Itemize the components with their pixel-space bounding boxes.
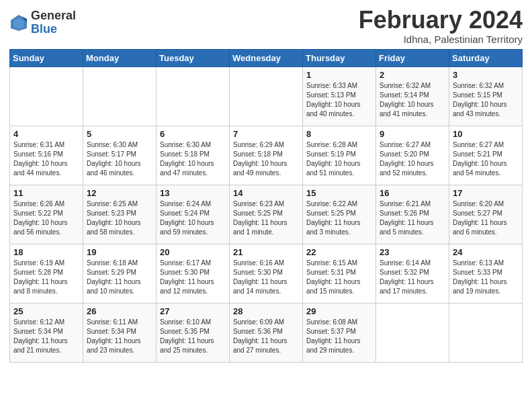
calendar-cell: 18Sunrise: 6:19 AM Sunset: 5:28 PM Dayli…: [10, 244, 83, 303]
calendar-cell: 28Sunrise: 6:09 AM Sunset: 5:36 PM Dayli…: [230, 303, 303, 362]
week-row-3: 11Sunrise: 6:26 AM Sunset: 5:22 PM Dayli…: [10, 185, 523, 244]
day-info: Sunrise: 6:23 AM Sunset: 5:25 PM Dayligh…: [233, 199, 299, 237]
calendar-cell: [230, 66, 303, 126]
day-number: 7: [233, 129, 299, 139]
calendar-cell: 7Sunrise: 6:29 AM Sunset: 5:18 PM Daylig…: [230, 126, 303, 185]
calendar-cell: [10, 66, 83, 126]
calendar-body: 1Sunrise: 6:33 AM Sunset: 5:13 PM Daylig…: [10, 66, 523, 362]
day-number: 2: [380, 70, 445, 80]
week-row-1: 1Sunrise: 6:33 AM Sunset: 5:13 PM Daylig…: [10, 66, 523, 126]
day-number: 18: [13, 247, 79, 257]
calendar-cell: 9Sunrise: 6:27 AM Sunset: 5:20 PM Daylig…: [376, 126, 449, 185]
day-info: Sunrise: 6:29 AM Sunset: 5:18 PM Dayligh…: [233, 140, 299, 178]
calendar-cell: [376, 303, 449, 362]
day-number: 20: [160, 247, 226, 257]
day-info: Sunrise: 6:10 AM Sunset: 5:35 PM Dayligh…: [160, 318, 226, 355]
day-number: 6: [160, 129, 226, 139]
day-info: Sunrise: 6:25 AM Sunset: 5:23 PM Dayligh…: [87, 199, 152, 237]
day-of-week-tuesday: Tuesday: [157, 49, 230, 66]
calendar-cell: 2Sunrise: 6:32 AM Sunset: 5:14 PM Daylig…: [376, 66, 449, 126]
day-number: 25: [13, 306, 79, 316]
day-number: 11: [13, 188, 79, 198]
calendar: SundayMondayTuesdayWednesdayThursdayFrid…: [9, 49, 523, 363]
day-info: Sunrise: 6:28 AM Sunset: 5:19 PM Dayligh…: [306, 140, 372, 178]
day-of-week-friday: Friday: [376, 49, 449, 66]
month-title: February 2024: [359, 7, 523, 34]
calendar-cell: [83, 66, 157, 126]
day-info: Sunrise: 6:32 AM Sunset: 5:15 PM Dayligh…: [453, 81, 519, 119]
calendar-cell: 20Sunrise: 6:17 AM Sunset: 5:30 PM Dayli…: [157, 244, 230, 303]
day-number: 23: [380, 247, 445, 257]
day-info: Sunrise: 6:14 AM Sunset: 5:32 PM Dayligh…: [380, 259, 445, 296]
calendar-cell: 1Sunrise: 6:33 AM Sunset: 5:13 PM Daylig…: [303, 66, 376, 126]
day-number: 22: [306, 247, 372, 257]
day-number: 19: [87, 247, 152, 257]
day-number: 26: [87, 306, 152, 316]
day-number: 8: [306, 129, 372, 139]
calendar-cell: 19Sunrise: 6:18 AM Sunset: 5:29 PM Dayli…: [83, 244, 157, 303]
day-number: 24: [453, 247, 519, 257]
logo-text: General Blue: [31, 9, 76, 36]
day-info: Sunrise: 6:31 AM Sunset: 5:16 PM Dayligh…: [13, 140, 79, 178]
day-number: 14: [233, 188, 299, 198]
day-info: Sunrise: 6:30 AM Sunset: 5:17 PM Dayligh…: [87, 140, 152, 178]
calendar-cell: [157, 66, 230, 126]
day-number: 16: [380, 188, 445, 198]
day-info: Sunrise: 6:27 AM Sunset: 5:20 PM Dayligh…: [380, 140, 445, 178]
day-info: Sunrise: 6:27 AM Sunset: 5:21 PM Dayligh…: [453, 140, 519, 178]
day-number: 3: [453, 70, 519, 80]
day-info: Sunrise: 6:32 AM Sunset: 5:14 PM Dayligh…: [380, 81, 445, 119]
day-number: 28: [233, 306, 299, 316]
day-info: Sunrise: 6:13 AM Sunset: 5:33 PM Dayligh…: [453, 259, 519, 296]
day-header-row: SundayMondayTuesdayWednesdayThursdayFrid…: [10, 49, 523, 66]
location: Idhna, Palestinian Territory: [359, 34, 523, 45]
calendar-cell: 24Sunrise: 6:13 AM Sunset: 5:33 PM Dayli…: [449, 244, 523, 303]
day-info: Sunrise: 6:21 AM Sunset: 5:26 PM Dayligh…: [380, 199, 445, 237]
calendar-cell: 5Sunrise: 6:30 AM Sunset: 5:17 PM Daylig…: [83, 126, 157, 185]
week-row-4: 18Sunrise: 6:19 AM Sunset: 5:28 PM Dayli…: [10, 244, 523, 303]
calendar-cell: 6Sunrise: 6:30 AM Sunset: 5:18 PM Daylig…: [157, 126, 230, 185]
logo-blue-text: Blue: [31, 23, 76, 36]
page: General Blue February 2024 Idhna, Palest…: [0, 0, 532, 411]
day-info: Sunrise: 6:16 AM Sunset: 5:30 PM Dayligh…: [233, 259, 299, 296]
day-of-week-wednesday: Wednesday: [230, 49, 303, 66]
day-of-week-sunday: Sunday: [10, 49, 83, 66]
week-row-5: 25Sunrise: 6:12 AM Sunset: 5:34 PM Dayli…: [10, 303, 523, 362]
calendar-cell: 21Sunrise: 6:16 AM Sunset: 5:30 PM Dayli…: [230, 244, 303, 303]
logo: General Blue: [9, 9, 76, 36]
logo-icon: [9, 13, 28, 32]
day-info: Sunrise: 6:33 AM Sunset: 5:13 PM Dayligh…: [306, 81, 372, 119]
calendar-cell: 27Sunrise: 6:10 AM Sunset: 5:35 PM Dayli…: [157, 303, 230, 362]
header: General Blue February 2024 Idhna, Palest…: [9, 7, 523, 45]
day-info: Sunrise: 6:24 AM Sunset: 5:24 PM Dayligh…: [160, 199, 226, 237]
day-info: Sunrise: 6:15 AM Sunset: 5:31 PM Dayligh…: [306, 259, 372, 296]
day-info: Sunrise: 6:22 AM Sunset: 5:25 PM Dayligh…: [306, 199, 372, 237]
day-info: Sunrise: 6:19 AM Sunset: 5:28 PM Dayligh…: [13, 259, 79, 296]
day-number: 17: [453, 188, 519, 198]
calendar-cell: 29Sunrise: 6:08 AM Sunset: 5:37 PM Dayli…: [303, 303, 376, 362]
calendar-cell: 17Sunrise: 6:20 AM Sunset: 5:27 PM Dayli…: [449, 185, 523, 244]
day-info: Sunrise: 6:17 AM Sunset: 5:30 PM Dayligh…: [160, 259, 226, 296]
calendar-cell: 12Sunrise: 6:25 AM Sunset: 5:23 PM Dayli…: [83, 185, 157, 244]
calendar-cell: [449, 303, 523, 362]
day-info: Sunrise: 6:18 AM Sunset: 5:29 PM Dayligh…: [87, 259, 152, 296]
day-info: Sunrise: 6:09 AM Sunset: 5:36 PM Dayligh…: [233, 318, 299, 355]
calendar-cell: 4Sunrise: 6:31 AM Sunset: 5:16 PM Daylig…: [10, 126, 83, 185]
calendar-cell: 25Sunrise: 6:12 AM Sunset: 5:34 PM Dayli…: [10, 303, 83, 362]
day-number: 29: [306, 306, 372, 316]
day-number: 27: [160, 306, 226, 316]
logo-general-text: General: [31, 9, 76, 23]
day-number: 12: [87, 188, 152, 198]
title-block: February 2024 Idhna, Palestinian Territo…: [359, 7, 523, 45]
calendar-cell: 13Sunrise: 6:24 AM Sunset: 5:24 PM Dayli…: [157, 185, 230, 244]
day-number: 10: [453, 129, 519, 139]
day-of-week-monday: Monday: [83, 49, 157, 66]
day-info: Sunrise: 6:11 AM Sunset: 5:34 PM Dayligh…: [87, 318, 152, 355]
calendar-cell: 11Sunrise: 6:26 AM Sunset: 5:22 PM Dayli…: [10, 185, 83, 244]
calendar-cell: 14Sunrise: 6:23 AM Sunset: 5:25 PM Dayli…: [230, 185, 303, 244]
day-number: 15: [306, 188, 372, 198]
day-info: Sunrise: 6:30 AM Sunset: 5:18 PM Dayligh…: [160, 140, 226, 178]
calendar-cell: 10Sunrise: 6:27 AM Sunset: 5:21 PM Dayli…: [449, 126, 523, 185]
day-number: 5: [87, 129, 152, 139]
calendar-cell: 15Sunrise: 6:22 AM Sunset: 5:25 PM Dayli…: [303, 185, 376, 244]
